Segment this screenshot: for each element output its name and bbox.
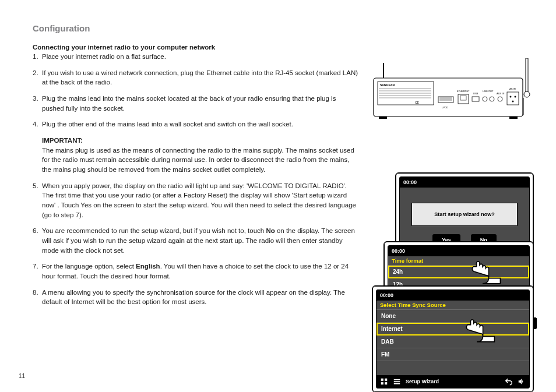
option-24h[interactable]: 24h — [388, 266, 529, 278]
svg-text:LINE OUT: LINE OUT — [483, 90, 494, 93]
svg-rect-34 — [381, 379, 383, 381]
svg-point-30 — [524, 91, 530, 97]
option-none[interactable]: None — [376, 310, 529, 323]
step-1: 1. Place your internet radio on a flat s… — [33, 52, 359, 62]
svg-rect-14 — [472, 97, 479, 101]
step-body: Place your internet radio on a flat surf… — [42, 52, 359, 62]
brand-label: SANGEAN — [380, 83, 395, 87]
svg-rect-39 — [394, 381, 400, 382]
sync-title: Select Time Sync Source — [376, 301, 529, 310]
step-4: 4. Plug the other end of the mains lead … — [33, 119, 359, 129]
page-number: 11 — [19, 373, 25, 379]
svg-rect-36 — [381, 382, 383, 384]
svg-point-16 — [490, 97, 494, 101]
svg-rect-8 — [438, 97, 453, 103]
step-body: You are recommended to run the setup wiz… — [42, 226, 359, 255]
step-number: 4. — [33, 119, 42, 129]
step-number: 6. — [33, 226, 42, 255]
svg-rect-37 — [385, 382, 387, 384]
svg-rect-13 — [460, 96, 466, 100]
important-label: IMPORTANT: — [42, 137, 83, 144]
svg-point-15 — [483, 97, 487, 101]
step-number: 5. — [33, 181, 42, 220]
svg-rect-32 — [379, 116, 387, 119]
step-body: For the language option, select English.… — [42, 262, 359, 281]
svg-rect-35 — [385, 379, 387, 381]
svg-point-21 — [512, 101, 514, 103]
svg-text:ETHERNET: ETHERNET — [457, 90, 470, 93]
rear-panel-illustration: SANGEAN CE — [373, 58, 540, 128]
step-number: 7. — [33, 262, 42, 281]
svg-rect-38 — [394, 379, 400, 380]
step-8: 8. A menu allowing you to specify the sy… — [33, 288, 359, 307]
step-body: A menu allowing you to specify the synch… — [42, 288, 359, 307]
wizard-question: Start setup wizard now? — [411, 203, 518, 226]
step-number: 1. — [33, 52, 42, 62]
back-icon[interactable] — [505, 377, 513, 386]
svg-text:AUX IN: AUX IN — [497, 92, 504, 95]
clock-text: 00:00 — [380, 292, 393, 298]
svg-rect-33 — [509, 116, 518, 119]
step-2: 2. If you wish to use a wired network co… — [33, 68, 359, 87]
step-number: 2. — [33, 68, 42, 87]
svg-text:USB: USB — [473, 92, 478, 95]
subheading: Connecting your internet radio to your c… — [33, 44, 359, 51]
footer-label: Setup Wizard — [406, 379, 439, 384]
svg-point-20 — [515, 96, 516, 98]
step-number: 8. — [33, 288, 42, 307]
svg-text:I-POD: I-POD — [442, 106, 448, 109]
svg-point-19 — [510, 96, 512, 98]
time-format-title: Time format — [388, 256, 529, 266]
important-body: The mains plug is used as the means of c… — [42, 147, 354, 173]
option-dab[interactable]: DAB — [376, 336, 529, 348]
step-6: 6. You are recommended to run the setup … — [33, 226, 359, 255]
step-3: 3. Plug the mains lead into the mains so… — [33, 94, 359, 113]
step-number: 3. — [33, 94, 42, 113]
screen-sync-source: 00:00 Select Time Sync Source None Inter… — [372, 285, 534, 392]
svg-text:CE: CE — [415, 101, 420, 104]
svg-rect-18 — [507, 92, 519, 105]
step-7: 7. For the language option, select Engli… — [33, 262, 359, 281]
step-body: Plug the other end of the mains lead int… — [42, 119, 359, 129]
important-block: IMPORTANT: The mains plug is used as the… — [33, 136, 359, 175]
svg-rect-40 — [394, 383, 400, 384]
svg-point-17 — [498, 97, 502, 101]
menu-icon[interactable] — [393, 377, 401, 386]
step-body: When you apply power, the display on the… — [42, 181, 359, 220]
grid-icon[interactable] — [380, 377, 388, 386]
speaker-icon[interactable] — [518, 377, 526, 386]
clock-text: 00:00 — [403, 179, 417, 185]
page-title: Configuration — [33, 23, 535, 33]
option-internet[interactable]: Internet — [376, 323, 529, 336]
svg-rect-29 — [526, 58, 528, 93]
step-body: Plug the mains lead into the mains socke… — [42, 94, 359, 113]
svg-text:AC IN: AC IN — [509, 87, 516, 90]
clock-text: 00:00 — [392, 248, 405, 254]
option-fm[interactable]: FM — [376, 348, 529, 361]
step-5: 5. When you apply power, the display on … — [33, 181, 359, 220]
step-body: If you wish to use a wired network conne… — [42, 68, 359, 87]
